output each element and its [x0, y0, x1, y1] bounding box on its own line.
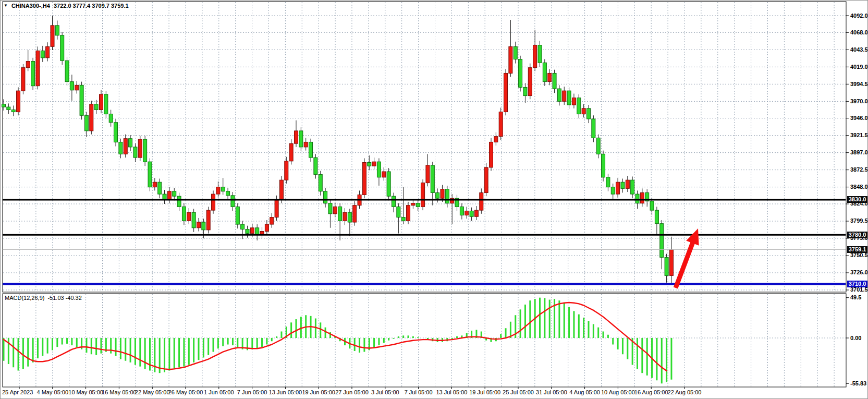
- price-level-tag: 3780.0: [847, 232, 867, 238]
- bull-candle: [279, 180, 283, 200]
- bull-candle: [572, 98, 576, 105]
- bear-candle: [41, 51, 44, 57]
- macd-bar: [597, 328, 599, 338]
- macd-bar: [320, 322, 321, 338]
- macd-bar: [412, 336, 414, 338]
- bear-candle: [602, 154, 605, 177]
- bull-candle: [167, 191, 171, 200]
- macd-bar: [71, 338, 72, 345]
- bull-candle: [474, 210, 478, 216]
- symbol-info-bar: ▼ CHINA300-,H4 3722.0 3777.4 3709.7 3759…: [4, 2, 129, 9]
- bear-candle: [631, 180, 634, 194]
- macd-bar: [85, 338, 87, 353]
- price-level-tag: 3710.0: [847, 281, 867, 287]
- time-tick-label: 13 Jul 05:00: [436, 389, 467, 395]
- bear-candle: [236, 207, 239, 224]
- macd-bar: [222, 338, 224, 346]
- bear-candle: [538, 45, 542, 63]
- bear-candle: [460, 207, 463, 215]
- price-tick-label: 3946.0: [850, 115, 868, 122]
- bull-candle: [51, 26, 54, 46]
- macd-bar: [558, 300, 560, 338]
- bear-candle: [660, 224, 664, 258]
- bear-candle: [328, 203, 332, 214]
- macd-bar: [603, 332, 604, 338]
- bull-candle: [563, 91, 566, 101]
- macd-bar: [383, 338, 385, 343]
- bear-candle: [94, 104, 98, 110]
- bull-candle: [17, 91, 20, 112]
- bear-candle: [397, 207, 400, 217]
- bear-candle: [436, 192, 439, 198]
- macd-bar: [27, 338, 29, 367]
- macd-bar: [670, 338, 672, 380]
- price-tick-label: 3897.0: [850, 149, 868, 156]
- bear-candle: [470, 211, 473, 216]
- macd-bar: [213, 338, 214, 352]
- macd-bar: [76, 338, 78, 347]
- macd-bar: [373, 338, 375, 348]
- time-tick-label: 1 Jun 05:00: [204, 389, 234, 395]
- macd-bar: [207, 338, 209, 355]
- bear-candle: [606, 177, 610, 187]
- macd-bar: [42, 338, 43, 356]
- macd-bar: [363, 338, 365, 352]
- macd-bar: [188, 338, 190, 365]
- bull-candle: [250, 228, 254, 234]
- bear-candle: [299, 131, 303, 147]
- macd-bar: [115, 338, 117, 356]
- macd-tick-label: 49.5: [850, 294, 868, 301]
- bull-candle: [353, 205, 357, 222]
- bear-candle: [119, 142, 123, 154]
- chart-canvas[interactable]: [1, 1, 868, 399]
- macd-bar: [3, 338, 5, 361]
- macd-bar: [573, 311, 574, 338]
- bear-candle: [377, 162, 381, 177]
- macd-bar: [144, 338, 146, 369]
- macd-bar: [91, 338, 92, 354]
- macd-bar: [607, 335, 609, 338]
- macd-bar: [120, 338, 121, 359]
- time-tick-label: 26 May 05:00: [168, 389, 203, 395]
- macd-bar: [622, 338, 624, 354]
- bull-candle: [372, 162, 376, 166]
- bear-candle: [241, 224, 244, 229]
- bear-candle: [348, 212, 351, 222]
- bull-candle: [36, 51, 40, 86]
- bear-candle: [192, 212, 195, 228]
- macd-bar: [583, 318, 584, 338]
- macd-bar: [32, 338, 34, 362]
- bull-candle: [270, 217, 274, 224]
- bull-candle: [465, 211, 469, 215]
- macd-bar: [168, 338, 170, 371]
- bull-candle: [548, 73, 552, 81]
- macd-bar: [256, 338, 258, 348]
- bear-candle: [324, 191, 327, 203]
- bear-candle: [592, 119, 595, 138]
- bull-candle: [295, 131, 298, 143]
- bear-candle: [621, 182, 625, 188]
- macd-bar: [417, 337, 419, 338]
- macd-bar: [564, 303, 565, 338]
- bull-candle: [124, 139, 127, 154]
- macd-bar: [203, 338, 204, 358]
- macd-bar: [217, 338, 219, 348]
- macd-bar: [520, 309, 521, 338]
- time-tick-label: 19 Jul 05:00: [469, 389, 500, 395]
- macd-bar: [125, 338, 126, 361]
- macd-tick-label: -55.83: [850, 380, 868, 387]
- price-tick-label: 3994.5: [850, 81, 868, 88]
- bull-candle: [197, 222, 201, 228]
- bull-candle: [21, 68, 25, 91]
- bear-candle: [80, 85, 83, 115]
- bull-candle: [499, 112, 503, 137]
- bull-candle: [362, 163, 366, 195]
- bull-candle: [426, 165, 430, 183]
- macd-bar: [110, 338, 112, 354]
- bear-candle: [431, 165, 434, 193]
- bull-candle: [153, 182, 156, 187]
- symbol-dropdown-icon[interactable]: ▼: [4, 4, 8, 8]
- trading-chart-window: ▼ CHINA300-,H4 3722.0 3777.4 3709.7 3759…: [0, 0, 868, 399]
- bear-candle: [553, 73, 556, 89]
- price-tick-label: 3750.5: [850, 252, 868, 259]
